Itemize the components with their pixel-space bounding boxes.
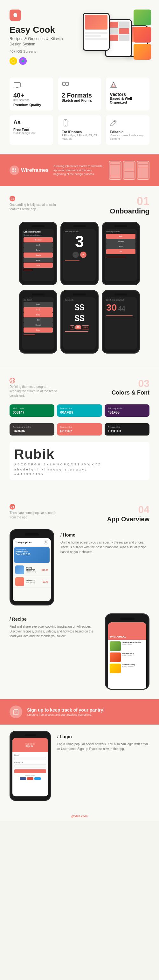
swatch-purple: Primary color 451F55 xyxy=(105,404,149,417)
ls-password-field[interactable] xyxy=(14,764,46,767)
ls-header-content: EASY COOK Sign In xyxy=(25,743,35,747)
svg-rect-6 xyxy=(14,83,21,87)
ob-btn-pasta: Pasta xyxy=(24,302,53,307)
feature-item-vectors: Vectors Based & Well Organized xyxy=(106,78,149,111)
overview-right-header: 04 App Overview xyxy=(107,504,149,523)
ob-btn-grid-1: Breakfast Lunch Dinner Snacks Vegan Meat xyxy=(24,237,53,268)
ob-btn-drink: Drink xyxy=(24,328,53,332)
ob-dollar-1[interactable]: $ xyxy=(70,325,75,329)
feature-item-font: Aa Free Font Rubik design font xyxy=(10,115,53,145)
format-icon xyxy=(62,81,69,89)
onboarding-phone-6: Love & shop or anything! 30 44 xyxy=(102,290,140,353)
rp-header: PASTA/MEAL xyxy=(108,622,146,640)
ob-plus[interactable]: + xyxy=(80,251,86,258)
ob-btn-meat: Meat xyxy=(24,263,53,268)
onboarding-phones-row-1: Let's get started Choose your preference… xyxy=(10,222,149,285)
search-icon xyxy=(45,541,48,544)
ob-btn-vegan: Vegan xyxy=(24,258,53,263)
ls-twitter-btn[interactable] xyxy=(34,777,41,780)
tp-item-2-price: $3.49 xyxy=(43,581,48,583)
ob-btn-snacks: Snacks xyxy=(24,253,53,258)
swatch-green-label: Main color xyxy=(13,407,51,410)
features-grid: 40+ iOS Screens Premium Quality 2 Format… xyxy=(10,78,149,145)
hero-subtitle: Recipes & Groceries UI Kit with Design S… xyxy=(10,36,73,47)
ob-progress-bar-5 xyxy=(65,331,88,332)
recipe-text-area: / Recipe Find and share everyday cooking… xyxy=(10,613,99,638)
ob-btn-easy: Easy xyxy=(106,234,135,239)
ob-btn-hard: Hard xyxy=(106,244,135,249)
rp-item-3-info: Chicken Curry 45 min · Medium xyxy=(122,663,145,667)
ls-signin-button[interactable] xyxy=(14,769,46,773)
feature-iphones-desc: 1 Plus 8px, 7 Plus 6, 6S, 6S max, 6s xyxy=(62,134,98,141)
rp-item-2-info: Tomato Soup 20 min · Easy xyxy=(122,652,145,656)
tp-item-1-image xyxy=(15,565,24,574)
swatch-dark-label: Secondary color xyxy=(13,426,51,428)
watermark-site: gfxtra.com xyxy=(71,815,87,818)
ob-progress-bar-3 xyxy=(106,257,127,257)
colors-description: Defining the mood-program – keeping the … xyxy=(10,385,60,398)
ob-dollar-3[interactable]: $$$ xyxy=(82,325,89,329)
login-phone-area: EASY COOK Sign In Email Password or sign… xyxy=(10,731,51,801)
home-phone-notch xyxy=(25,533,39,536)
phone-screen-1: Let's get started Choose your preference… xyxy=(22,229,54,281)
onboarding-number-label: 01 xyxy=(10,196,60,201)
overview-home-row: Today's picks Today's special Fresh catc… xyxy=(10,529,149,606)
rp-item-1[interactable]: Spaghetti Carbonara 30 min · Easy xyxy=(110,641,145,651)
ls-google-btn[interactable] xyxy=(27,777,33,780)
tp-item-2[interactable]: Tomatoes fresh, per kg $3.49 xyxy=(13,576,51,588)
wireframes-icon xyxy=(10,165,19,175)
feature-editable-title: Editable xyxy=(110,130,146,134)
ob-dollar-2[interactable]: $$ xyxy=(75,325,81,329)
ob-numbers-row: 30 44 xyxy=(106,302,135,313)
ob-btn-grid-3: Easy Medium Hard Pro xyxy=(106,234,135,254)
ob-progress-3 xyxy=(106,257,135,257)
food-image-2 xyxy=(134,27,151,43)
onboarding-phones-row-2: Any dishes? Pasta Soup Salad Grill Desse… xyxy=(10,290,149,353)
onboarding-right-header: 01 Onboarding xyxy=(110,196,149,215)
onboarding-section: 01 Onboarding briefly explains main feat… xyxy=(0,186,159,368)
svg-rect-10 xyxy=(66,82,68,86)
swatch-black-hex: 1D1D1D xyxy=(108,429,146,433)
ls-email-field[interactable] xyxy=(14,757,46,760)
rp-item-2[interactable]: Tomato Soup 20 min · Easy xyxy=(110,652,145,662)
phone-notch-4 xyxy=(32,294,45,296)
screen-icon xyxy=(13,81,21,89)
vector-icon xyxy=(110,81,117,89)
ob-progress-6 xyxy=(106,315,135,316)
svg-point-20 xyxy=(45,541,46,542)
ob-number-30: 30 xyxy=(106,302,117,313)
home-phone: Today's picks Today's special Fresh catc… xyxy=(10,529,54,606)
ls-facebook-btn[interactable] xyxy=(20,777,26,780)
feature-font-desc: Rubik design font xyxy=(13,132,49,135)
overview-number-label: 04 xyxy=(10,504,57,509)
ob-progress-4 xyxy=(24,334,53,335)
food-images xyxy=(134,10,151,60)
ob-btn-grid-4: Pasta Soup Salad Grill Dessert Drink xyxy=(24,302,53,332)
ob-btn-breakfast: Breakfast xyxy=(24,237,53,242)
recipe-phone-notch xyxy=(120,617,135,620)
rp-item-3[interactable]: Chicken Curry 45 min · Medium xyxy=(110,663,145,673)
watermark: gfxtra.com xyxy=(0,810,159,821)
signup-icon-circle xyxy=(10,706,22,718)
ob-minus[interactable]: - xyxy=(73,251,79,258)
phone-screen-2: How many mouths? 3 - + xyxy=(63,229,96,281)
recipe-phone-screen: PASTA/MEAL Spaghetti Carbonara 30 min · … xyxy=(108,622,146,690)
onboarding-phone-1: Let's get started Choose your preference… xyxy=(19,222,57,285)
phone-notch-3 xyxy=(114,225,127,227)
home-phone-screen: Today's picks Today's special Fresh catc… xyxy=(13,538,51,601)
tp-item-1[interactable]: WHITE GROUPER salmon, per kg $16.03 xyxy=(13,564,51,576)
search-icon-circle[interactable] xyxy=(44,540,48,544)
app-overview-section: 04 These are some popular screens from t… xyxy=(0,494,159,699)
phone-notch-6 xyxy=(114,294,127,296)
home-section-desc: On the home screen, you can specify the … xyxy=(60,540,149,554)
login-section: EASY COOK Sign In Email Password or sign… xyxy=(0,725,159,810)
colors-title: Colors & Font xyxy=(111,390,149,396)
feature-item-editable: Editable You can make it with every elem… xyxy=(106,115,149,145)
figma-icon xyxy=(21,59,25,63)
login-screen: EASY COOK Sign In Email Password or sign… xyxy=(13,738,48,796)
phone-mockup-1 xyxy=(83,13,110,51)
tp-banner-title: Fresh catch xyxy=(16,550,48,553)
ob-progress-bar-4 xyxy=(24,334,35,335)
colors-header: 03 Defining the mood-program – keeping t… xyxy=(10,378,149,398)
rp-item-2-image xyxy=(110,652,121,662)
